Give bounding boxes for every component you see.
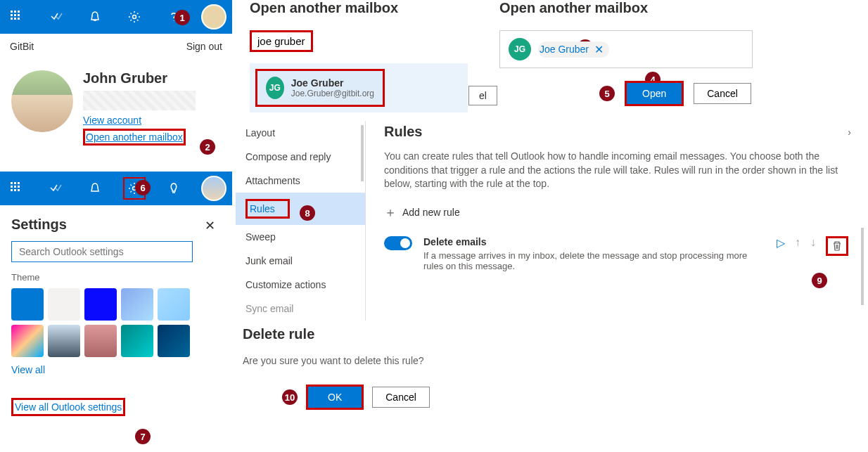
arrow-down-icon[interactable]: ↓: [810, 236, 816, 249]
cancel-button-peek[interactable]: el: [468, 86, 497, 105]
step-badge-10: 10: [282, 389, 298, 405]
account-bar: GitBit Sign out: [0, 34, 232, 59]
suggestion-avatar: JG: [266, 77, 284, 99]
profile-email-blur: [83, 91, 196, 110]
menu-compose[interactable]: Compose and reply: [236, 145, 365, 169]
add-rule-button[interactable]: ＋ Add new rule: [384, 204, 848, 221]
svg-rect-10: [11, 182, 13, 184]
theme-grid: [11, 288, 221, 357]
theme-swatch[interactable]: [11, 288, 44, 321]
app-launcher-icon[interactable]: [6, 177, 28, 200]
theme-swatch[interactable]: [48, 325, 80, 357]
lightbulb-icon[interactable]: [162, 177, 185, 200]
rule-actions: ▷ ↑ ↓: [777, 236, 848, 271]
theme-swatch[interactable]: [11, 325, 44, 357]
svg-point-9: [132, 15, 136, 19]
menu-attachments[interactable]: Attachments: [236, 169, 365, 193]
profile-photo: [11, 70, 73, 132]
play-icon[interactable]: ▷: [777, 236, 785, 250]
open-button[interactable]: Open: [625, 81, 684, 106]
suggestion-email: Joe.Gruber@gitbit.org: [291, 89, 374, 98]
app-launcher-icon[interactable]: [6, 6, 28, 28]
arrow-up-icon[interactable]: ↑: [795, 236, 800, 249]
menu-sync[interactable]: Sync email: [236, 297, 365, 321]
svg-rect-3: [11, 14, 13, 16]
bell-icon[interactable]: [84, 177, 106, 200]
menu-junk[interactable]: Junk email: [236, 249, 365, 273]
view-account-link[interactable]: View account: [83, 115, 221, 126]
check-icon[interactable]: [45, 177, 68, 200]
second-header: [0, 172, 232, 205]
trash-icon[interactable]: [826, 236, 848, 256]
person-chip: Joe Gruber ✕: [538, 41, 609, 58]
chevron-right-icon[interactable]: ›: [848, 127, 851, 138]
search-settings-input[interactable]: [19, 246, 185, 257]
menu-scrollbar[interactable]: [361, 125, 364, 181]
svg-rect-5: [18, 14, 20, 16]
svg-rect-1: [14, 11, 16, 13]
mailbox-suggestion[interactable]: JG Joe Gruber Joe.Gruber@gitbit.org: [255, 69, 385, 107]
rule-item: Delete emails If a message arrives in my…: [384, 236, 848, 271]
step-badge-2: 2: [200, 139, 215, 155]
profile-card: John Gruber View account Open another ma…: [0, 59, 232, 160]
ok-button[interactable]: OK: [306, 385, 364, 410]
menu-sweep[interactable]: Sweep: [236, 225, 365, 249]
svg-rect-8: [18, 18, 20, 20]
view-all-themes-link[interactable]: View all: [11, 364, 221, 375]
open-mailbox-left: Open another mailbox 3 JG Joe Gruber Joe…: [250, 0, 490, 112]
cancel-button[interactable]: Cancel: [694, 83, 751, 104]
theme-swatch[interactable]: [84, 288, 117, 321]
cancel-delete-button[interactable]: Cancel: [372, 387, 430, 408]
theme-swatch[interactable]: [121, 325, 153, 357]
step-badge-8: 8: [300, 205, 315, 221]
svg-rect-15: [18, 186, 20, 188]
svg-rect-12: [18, 182, 20, 184]
svg-rect-16: [11, 189, 13, 191]
svg-rect-17: [14, 189, 16, 191]
bell-icon[interactable]: [84, 6, 106, 28]
sign-out-link[interactable]: Sign out: [186, 41, 222, 52]
rule-toggle[interactable]: [384, 236, 412, 250]
theme-swatch[interactable]: [84, 325, 117, 357]
theme-swatch[interactable]: [158, 325, 190, 357]
search-settings-box[interactable]: [11, 241, 193, 262]
mailbox-search-input[interactable]: [257, 35, 305, 47]
chip-avatar: JG: [509, 38, 531, 60]
view-all-outlook-settings-link[interactable]: View all Outlook settings: [11, 398, 125, 416]
suggestion-name: Joe Gruber: [291, 77, 374, 89]
app-name[interactable]: GitBit: [10, 41, 34, 52]
gear-icon[interactable]: [123, 6, 146, 28]
svg-rect-14: [14, 186, 16, 188]
step-badge-7: 7: [135, 429, 151, 444]
svg-rect-6: [11, 18, 13, 20]
step-badge-6: 6: [135, 180, 151, 195]
selected-mailbox-box[interactable]: JG Joe Gruber ✕: [499, 30, 753, 68]
rules-title: Rules: [384, 124, 848, 140]
rule-name: Delete emails: [423, 236, 765, 247]
svg-rect-13: [11, 186, 13, 188]
plus-icon: ＋: [384, 204, 397, 221]
close-icon[interactable]: ✕: [205, 218, 215, 233]
chip-remove-icon[interactable]: ✕: [594, 43, 604, 56]
theme-swatch[interactable]: [48, 288, 80, 321]
settings-pane: Settings ✕ Theme View all View all Outlo…: [0, 205, 232, 427]
delete-rule-title: Delete rule: [243, 326, 524, 342]
open-mailbox-title: Open another mailbox: [250, 0, 490, 16]
open-another-mailbox-link[interactable]: Open another mailbox: [83, 129, 186, 146]
user-avatar-small[interactable]: [201, 176, 226, 201]
open-mailbox-right: Open another mailbox JG Joe Gruber ✕ 5 O…: [499, 0, 753, 106]
theme-label: Theme: [11, 272, 221, 283]
check-icon[interactable]: [45, 6, 68, 28]
svg-rect-7: [14, 18, 16, 20]
theme-swatch[interactable]: [158, 288, 190, 321]
menu-customize[interactable]: Customize actions: [236, 273, 365, 297]
open-mailbox-title-2: Open another mailbox: [499, 0, 753, 16]
svg-rect-2: [18, 11, 20, 13]
theme-swatch[interactable]: [121, 288, 153, 321]
user-avatar[interactable]: [201, 4, 226, 30]
svg-rect-18: [18, 189, 20, 191]
scrollbar[interactable]: [861, 228, 864, 305]
delete-rule-dialog: Delete rule Are you sure you want to del…: [243, 326, 524, 410]
menu-layout[interactable]: Layout: [236, 121, 365, 145]
settings-title: Settings: [11, 217, 221, 233]
